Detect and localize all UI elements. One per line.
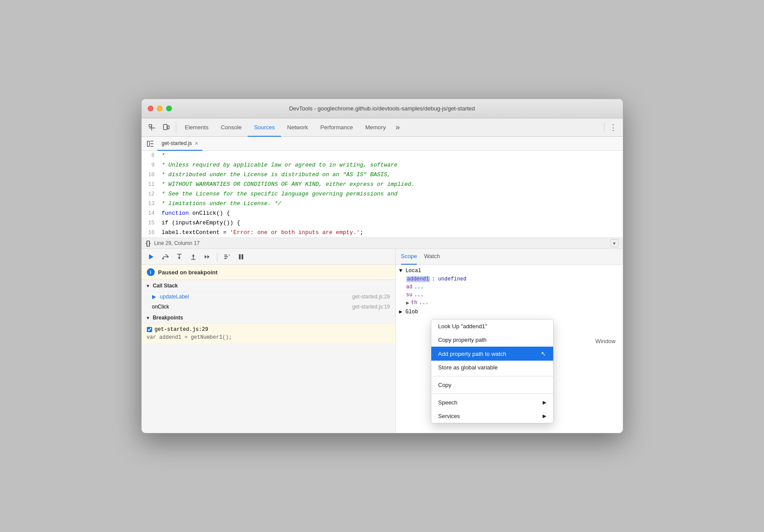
debug-separator <box>217 252 217 261</box>
step-into-button[interactable] <box>173 251 185 263</box>
svg-marker-11 <box>192 254 195 256</box>
call-stack-item-update-label[interactable]: ▶ updateLabel get-started.js:29 <box>142 292 395 302</box>
svg-rect-20 <box>242 254 243 259</box>
bottom-panel: i Paused on breakpoint ▼ Call Stack ▶ up… <box>142 249 623 433</box>
maximize-button[interactable] <box>166 106 172 111</box>
ctx-speech-arrow: ▶ <box>543 400 546 405</box>
scope-item-addend1[interactable]: addend1 : undefined <box>396 275 623 283</box>
file-tab-close[interactable]: × <box>195 140 198 147</box>
tab-console[interactable]: Console <box>215 118 248 137</box>
code-editor[interactable]: 8 * 9 * Unless required by applicable la… <box>142 151 623 238</box>
frame-name-on-click: onClick <box>152 304 169 310</box>
svg-marker-5 <box>167 255 169 258</box>
device-toolbar-button[interactable] <box>159 121 173 135</box>
scope-key-ad: ad <box>406 284 412 290</box>
call-stack-arrow: ▼ <box>146 284 150 288</box>
scope-item-th[interactable]: ▶ th ... <box>396 299 623 307</box>
file-tab-name: get-started.js <box>162 140 192 146</box>
local-section-header[interactable]: ▼ Local <box>396 266 623 275</box>
inspect-element-button[interactable] <box>145 121 159 135</box>
scope-watch-tabs: Scope Watch <box>396 249 623 265</box>
ctx-add-property-path-to-watch[interactable]: Add property path to watch ↖ <box>431 347 553 361</box>
svg-marker-13 <box>205 255 207 259</box>
tab-elements[interactable]: Elements <box>179 118 215 137</box>
tab-network[interactable]: Network <box>281 118 314 137</box>
format-button[interactable]: {} <box>146 240 151 247</box>
tab-memory[interactable]: Memory <box>359 118 392 137</box>
breakpoints-label: Breakpoints <box>153 315 183 321</box>
ctx-copy-property-path[interactable]: Copy property path <box>431 333 553 347</box>
minimize-button[interactable] <box>157 106 163 111</box>
scroll-to-top[interactable]: ▼ <box>611 239 618 247</box>
code-line-16: 16 label.textContent = 'Error: one or bo… <box>142 228 623 238</box>
code-line-9: 9 * Unless required by applicable law or… <box>142 160 623 170</box>
step-button[interactable] <box>201 251 213 263</box>
tab-separator-right <box>604 122 604 133</box>
ctx-services-arrow: ▶ <box>543 413 546 419</box>
ctx-services[interactable]: Services ▶ <box>431 409 553 423</box>
title-bar: DevTools - googlechrome.github.io/devtoo… <box>142 99 623 118</box>
scope-key-addend1: addend1 <box>406 276 430 282</box>
devtools-window: DevTools - googlechrome.github.io/devtoo… <box>141 99 623 433</box>
svg-rect-2 <box>167 126 169 129</box>
active-frame-arrow: ▶ <box>152 294 156 300</box>
ctx-copy[interactable]: Copy <box>431 378 553 392</box>
tab-watch[interactable]: Watch <box>424 249 440 265</box>
breakpoints-arrow: ▼ <box>146 316 150 320</box>
cursor-position: Line 29, Column 17 <box>154 240 199 246</box>
status-bar: {} Line 29, Column 17 ▼ <box>142 238 623 249</box>
global-label: ▶ Glob <box>399 309 418 315</box>
scope-val-su: ... <box>414 292 424 298</box>
resume-button[interactable] <box>145 251 157 263</box>
scope-val-ad: ... <box>414 284 424 290</box>
pause-exceptions-button[interactable] <box>235 251 247 263</box>
deactivate-breakpoints-button[interactable] <box>221 251 233 263</box>
debug-toolbar <box>142 249 395 265</box>
paused-banner: i Paused on breakpoint <box>142 265 395 280</box>
window-label: Window <box>595 338 615 344</box>
tab-separator <box>176 122 176 133</box>
context-menu: Look Up "addend1" Copy property path Add… <box>431 319 554 423</box>
code-line-14: 14 function onClick() { <box>142 209 623 218</box>
file-tab-bar: get-started.js × <box>142 137 623 151</box>
call-stack-item-on-click[interactable]: onClick get-started.js:19 <box>142 302 395 312</box>
code-line-8: 8 * <box>142 151 623 160</box>
svg-point-6 <box>162 258 164 259</box>
ctx-store-as-global[interactable]: Store as global variable <box>431 361 553 374</box>
left-panel: i Paused on breakpoint ▼ Call Stack ▶ up… <box>142 249 396 433</box>
svg-marker-14 <box>207 255 210 259</box>
file-tab-get-started-js[interactable]: get-started.js × <box>157 137 203 151</box>
ctx-separator-2 <box>431 394 553 394</box>
breakpoint-checkbox[interactable] <box>147 327 152 332</box>
code-line-11: 11 * WITHOUT WARRANTIES OR CONDITIONS OF… <box>142 180 623 189</box>
scope-item-su[interactable]: su ... <box>396 291 623 299</box>
tab-scope[interactable]: Scope <box>401 249 417 265</box>
close-button[interactable] <box>148 106 153 111</box>
svg-marker-8 <box>178 257 181 259</box>
code-line-10: 10 * distributed under the License is di… <box>142 170 623 180</box>
step-out-button[interactable] <box>187 251 199 263</box>
devtools-menu-button[interactable]: ⋮ <box>607 121 619 134</box>
breakpoints-header[interactable]: ▼ Breakpoints <box>142 312 395 324</box>
code-line-12: 12 * See the License for the specific la… <box>142 189 623 199</box>
scope-key-th: th <box>411 300 417 306</box>
scope-item-ad[interactable]: ad ... <box>396 283 623 291</box>
svg-rect-0 <box>149 124 152 127</box>
code-line-13: 13 * limitations under the License. */ <box>142 199 623 209</box>
tab-sources[interactable]: Sources <box>248 118 281 137</box>
ctx-speech[interactable]: Speech ▶ <box>431 396 553 409</box>
step-over-button[interactable] <box>159 251 171 263</box>
svg-rect-19 <box>239 254 241 259</box>
svg-rect-3 <box>147 141 149 146</box>
scope-val-th: ... <box>419 300 429 306</box>
breakpoint-filename: get-started.js:29 <box>147 326 390 333</box>
global-section-header[interactable]: ▶ Glob <box>396 307 623 316</box>
call-stack-header[interactable]: ▼ Call Stack <box>142 280 395 292</box>
sidebar-toggle[interactable] <box>145 138 156 149</box>
code-line-15: 15 if (inputsAreEmpty()) { <box>142 218 623 228</box>
ctx-look-up[interactable]: Look Up "addend1" <box>431 319 553 333</box>
more-tabs-button[interactable]: » <box>392 123 403 132</box>
ctx-separator-1 <box>431 376 553 376</box>
paused-text: Paused on breakpoint <box>158 269 218 276</box>
tab-performance[interactable]: Performance <box>314 118 359 137</box>
